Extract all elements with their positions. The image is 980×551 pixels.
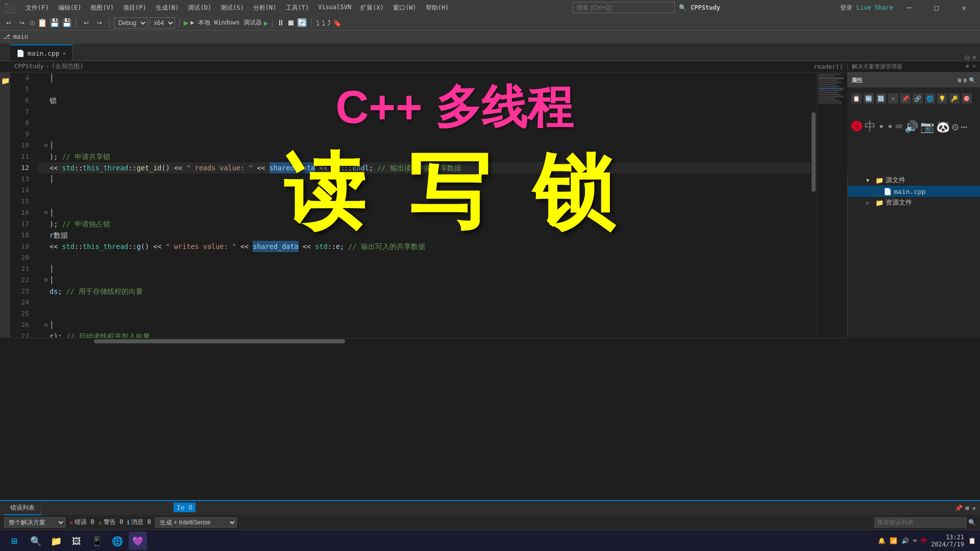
code-content[interactable]: │ 锁 ⊟ │ ); [38, 72, 817, 338]
toolbar-forward[interactable]: ↪ [16, 18, 28, 28]
code-editor[interactable]: 4 5 6 7 8 9 10 11 12 13 14 15 16 17 18 1… [10, 72, 847, 338]
redo-button[interactable]: ↪ [94, 18, 105, 28]
menu-edit[interactable]: 编辑(E) [54, 3, 86, 13]
symbol-label: reader() [814, 63, 843, 70]
toolbar-icon-3[interactable]: 💾 [50, 18, 60, 28]
notification-center-icon[interactable]: 📋 [968, 537, 976, 544]
undo-button[interactable]: ↩ [81, 18, 92, 28]
input-tool-1: 中 [865, 119, 876, 134]
toolbar-restart-icon[interactable]: 🔄 [297, 18, 307, 28]
taskbar-keyboard-icon[interactable]: ⌨ [913, 537, 917, 544]
error-search-icon[interactable]: 🔍 [968, 519, 976, 526]
editor-options[interactable]: ⚙ [972, 54, 976, 61]
menu-analyze[interactable]: 分析(N) [249, 3, 281, 13]
tab-main-cpp[interactable]: 📄 main.cpp ✕ [10, 44, 72, 61]
menu-help[interactable]: 帮助(H) [422, 3, 453, 13]
taskbar-network-icon[interactable]: 📶 [890, 537, 897, 544]
menu-tools[interactable]: 工具(T) [282, 3, 313, 13]
properties-icon-1: ⊞ [958, 77, 962, 84]
taskbar-gallery[interactable]: 🖼 [67, 532, 86, 550]
toolbar-step-into[interactable]: ⤵ [322, 19, 325, 27]
message-icon-badge: ℹ [127, 519, 130, 526]
taskbar-files[interactable]: 📁 [47, 532, 65, 550]
continue-button[interactable]: ▶ [264, 19, 268, 27]
editor-hscrollbar-thumb[interactable] [94, 339, 345, 343]
code-line-24 [38, 297, 817, 308]
fold-4[interactable] [42, 74, 50, 82]
login-button[interactable]: 登录 [840, 4, 852, 12]
breadcrumb-bar: CPPStudy › (全局范围) reader() 解决方案资源管理器 ⊕ ✕ [0, 61, 980, 72]
fold-10[interactable]: ⊟ [42, 142, 50, 149]
toolbar-icon-4[interactable]: 💾 [62, 18, 72, 28]
fold-14 [42, 187, 50, 194]
properties-icon-3: 🔍 [969, 77, 976, 84]
error-tab-main[interactable]: 错误列表 [4, 501, 41, 515]
run-button[interactable]: ▶ [184, 18, 189, 28]
code-line-6: 锁 [38, 95, 817, 106]
fold-26[interactable]: ⊟ [42, 321, 50, 329]
toolbar-bookmark[interactable]: 🔖 [333, 19, 341, 27]
error-search-input[interactable] [874, 517, 966, 528]
error-panel-pin[interactable]: 📌 [955, 505, 963, 512]
sougou-logo: 🅢 [851, 120, 863, 133]
tab-label: main.cpp [28, 49, 60, 57]
menu-build[interactable]: 生成(B) [152, 3, 183, 13]
toolbar-icon-1[interactable]: ⊙ [30, 17, 35, 28]
menu-project[interactable]: 项目(P) [119, 3, 151, 13]
activity-explore[interactable]: 📁 [1, 77, 10, 85]
debug-mode-select[interactable]: Debug [114, 17, 148, 29]
fold-6 [42, 97, 50, 104]
properties-panel: 属性 ⊞ ≡ 🔍 📋 🔤 🔢 ⚙ 📌 🔗 🌐 💡 🔑 🎯 🅢 中 • • ⌨ [847, 72, 980, 174]
toolbar-icon-2[interactable]: 📋 [37, 18, 47, 28]
code-line-14 [38, 185, 817, 196]
toolbar-debug-icon[interactable]: ⏸ [277, 18, 285, 28]
menu-view[interactable]: 视图(V) [86, 3, 118, 13]
taskbar-notification-icon[interactable]: 🔔 [878, 537, 886, 544]
tree-icon-sources: 📁 [875, 177, 884, 184]
global-search-input[interactable] [573, 2, 675, 13]
taskbar-store[interactable]: 📱 [88, 532, 106, 550]
fold-23 [42, 288, 50, 295]
taskbar-vs[interactable]: 💜 [129, 532, 147, 550]
sougou-taskbar[interactable]: 中 [921, 537, 927, 545]
tab-close-button[interactable]: ✕ [63, 50, 66, 57]
editor-scrollbar-thumb[interactable] [812, 112, 816, 192]
menu-debug[interactable]: 调试(D) [184, 3, 215, 13]
menu-test[interactable]: 测试(S) [216, 3, 248, 13]
editor-scrollbar[interactable] [811, 72, 817, 338]
taskbar-clock: 13:21 2024/7/19 [931, 534, 964, 548]
error-panel-close[interactable]: ✕ [972, 505, 976, 512]
tree-resources[interactable]: ▷ 📁 资源文件 [848, 197, 980, 208]
maximize-button[interactable]: □ [925, 0, 948, 15]
menu-extensions[interactable]: 扩展(X) [356, 3, 388, 13]
close-button[interactable]: ✕ [952, 0, 976, 15]
toolbar-step-out[interactable]: ⤴ [327, 19, 331, 27]
menu-file[interactable]: 文件(F) [21, 3, 53, 13]
menu-visualsvn[interactable]: VisualSVN [314, 3, 355, 13]
start-button[interactable]: ⊞ [4, 532, 24, 550]
tree-main-cpp[interactable]: 📄 main.cpp [848, 186, 980, 197]
error-panel-expand[interactable]: ⊞ [966, 505, 969, 512]
platform-select[interactable]: x64 [150, 17, 175, 29]
toolbar-step-over[interactable]: ⤵ [316, 19, 320, 27]
fold-22[interactable]: ⊟ [42, 277, 50, 284]
toolbar-back[interactable]: ↩ [3, 18, 14, 28]
editor-hscrollbar[interactable] [10, 338, 847, 344]
minimize-button[interactable]: ─ [897, 0, 921, 15]
taskbar-browser[interactable]: 🌐 [108, 532, 127, 550]
live-share-button[interactable]: Live Share [856, 4, 893, 11]
build-mode-select[interactable]: 生成 + IntelliSense [155, 517, 237, 528]
taskbar-search[interactable]: 🔍 [27, 532, 45, 550]
solution-explorer-toggle[interactable]: 🗂 [965, 54, 970, 61]
toolbar-stop-icon[interactable]: ⏹ [287, 18, 295, 28]
taskbar-volume-icon[interactable]: 🔊 [901, 537, 909, 544]
tree-label-resources: 资源文件 [886, 198, 912, 207]
fold-16[interactable]: ⊟ [42, 209, 50, 216]
tree-sources[interactable]: ▼ 📁 源文件 [848, 174, 980, 186]
message-count-badge: ℹ 消息 0 [127, 518, 151, 527]
warning-count-badge: ⚠ 警告 0 [99, 518, 124, 527]
menu-window[interactable]: 窗口(W) [389, 3, 421, 13]
minimap-content [817, 72, 847, 105]
error-scope-select[interactable]: 整个解决方案 [4, 517, 65, 528]
input-tool-2: • [878, 120, 885, 133]
